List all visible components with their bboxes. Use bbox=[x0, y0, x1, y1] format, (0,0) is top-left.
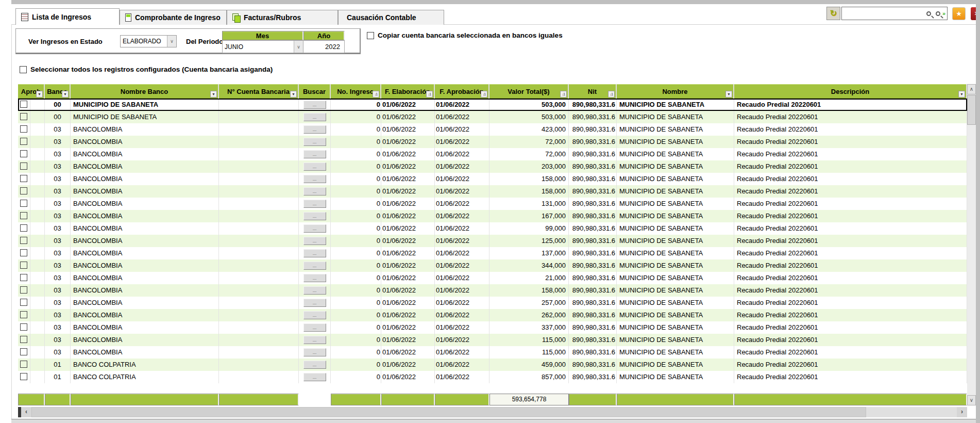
approve-checkbox[interactable] bbox=[20, 162, 27, 170]
approve-checkbox[interactable] bbox=[20, 175, 27, 182]
favorites-button[interactable]: ★ bbox=[952, 7, 966, 20]
estado-select[interactable]: ELABORADO ∨ bbox=[120, 35, 177, 47]
cuenta-bancaria-cell[interactable] bbox=[219, 235, 299, 247]
approve-checkbox[interactable] bbox=[20, 138, 27, 145]
cuenta-bancaria-cell[interactable] bbox=[219, 198, 299, 210]
table-row[interactable]: 03 BANCOLOMBIA ... 0 01/06/2022 01/06/20… bbox=[18, 173, 967, 185]
sort-icon[interactable]: ↓1 bbox=[481, 91, 487, 97]
approve-checkbox[interactable] bbox=[20, 150, 27, 157]
cuenta-bancaria-cell[interactable] bbox=[219, 346, 299, 359]
approve-checkbox[interactable] bbox=[20, 336, 27, 343]
filter-dropdown-icon[interactable]: ▼ bbox=[210, 91, 217, 97]
approve-checkbox[interactable] bbox=[20, 299, 27, 306]
buscar-button[interactable]: ... bbox=[303, 162, 326, 171]
approve-checkbox[interactable] bbox=[20, 113, 27, 120]
sort-icon[interactable]: ↓1 bbox=[373, 91, 379, 97]
buscar-button[interactable]: ... bbox=[303, 138, 326, 146]
approve-checkbox[interactable] bbox=[20, 200, 27, 207]
cuenta-bancaria-cell[interactable] bbox=[219, 371, 299, 383]
cuenta-bancaria-cell[interactable] bbox=[219, 284, 299, 297]
buscar-button[interactable]: ... bbox=[303, 286, 326, 295]
buscar-button[interactable]: ... bbox=[303, 336, 326, 344]
tab-causacion-contable[interactable]: Causación Contable bbox=[338, 10, 444, 25]
table-row[interactable]: 03 BANCOLOMBIA ... 0 01/06/2022 01/06/20… bbox=[18, 235, 967, 247]
buscar-button[interactable]: ... bbox=[303, 237, 326, 245]
approve-checkbox[interactable] bbox=[20, 311, 27, 318]
select-all-checkbox[interactable] bbox=[20, 66, 27, 73]
column-header-f-aprobacion[interactable]: F. Aprobación ↓1 bbox=[435, 84, 489, 99]
cuenta-bancaria-cell[interactable] bbox=[219, 334, 299, 346]
buscar-button[interactable]: ... bbox=[303, 299, 326, 307]
table-row[interactable]: 03 BANCOLOMBIA ... 0 01/06/2022 01/06/20… bbox=[18, 160, 967, 173]
table-row[interactable]: 03 BANCOLOMBIA ... 0 01/06/2022 01/06/20… bbox=[18, 222, 967, 235]
column-header-buscar[interactable]: Buscar bbox=[299, 84, 331, 99]
buscar-button[interactable]: ... bbox=[303, 150, 326, 158]
cuenta-bancaria-cell[interactable] bbox=[219, 99, 299, 111]
buscar-button[interactable]: ... bbox=[303, 187, 326, 196]
table-row[interactable]: 03 BANCOLOMBIA ... 0 01/06/2022 01/06/20… bbox=[18, 284, 967, 297]
chevron-down-icon[interactable]: ∨ bbox=[294, 41, 303, 53]
approve-checkbox[interactable] bbox=[20, 323, 27, 331]
tab-lista-de-ingresos[interactable]: Lista de Ingresos bbox=[15, 8, 120, 25]
approve-checkbox[interactable] bbox=[20, 237, 27, 244]
column-header-nombre[interactable]: Nombre ▼ bbox=[617, 84, 734, 99]
scroll-up-icon[interactable]: ∧ bbox=[967, 84, 976, 94]
tab-facturas-rubros[interactable]: Facturas/Rubros bbox=[227, 10, 338, 25]
approve-checkbox[interactable] bbox=[20, 101, 27, 108]
approve-checkbox[interactable] bbox=[20, 286, 27, 294]
scroll-down-icon[interactable]: ∨ bbox=[967, 395, 976, 405]
buscar-button[interactable]: ... bbox=[303, 175, 326, 183]
table-row[interactable]: 03 BANCOLOMBIA ... 0 01/06/2022 01/06/20… bbox=[18, 321, 967, 334]
cuenta-bancaria-cell[interactable] bbox=[219, 297, 299, 309]
approve-checkbox[interactable] bbox=[20, 361, 27, 368]
table-row[interactable]: 01 BANCO COLPATRIA ... 0 01/06/2022 01/0… bbox=[18, 359, 967, 371]
vertical-scrollbar[interactable]: ∧ ∨ bbox=[967, 84, 976, 405]
approve-checkbox[interactable] bbox=[20, 224, 27, 232]
refresh-button[interactable]: ↻ bbox=[826, 7, 840, 20]
table-row[interactable]: 03 BANCOLOMBIA ... 0 01/06/2022 01/06/20… bbox=[18, 259, 967, 272]
column-header-aprob[interactable]: Aprob ▼ bbox=[18, 84, 45, 99]
table-row[interactable]: 01 BANCO COLPATRIA ... 0 01/06/2022 01/0… bbox=[18, 371, 967, 383]
table-row[interactable]: 03 BANCOLOMBIA ... 0 01/06/2022 01/06/20… bbox=[18, 334, 967, 346]
table-row[interactable]: 03 BANCOLOMBIA ... 0 01/06/2022 01/06/20… bbox=[18, 123, 967, 136]
cuenta-bancaria-cell[interactable] bbox=[219, 173, 299, 185]
filter-dropdown-icon[interactable]: ▼ bbox=[62, 91, 69, 97]
table-row[interactable]: 00 MUNICIPIO DE SABANETA ... 0 01/06/202… bbox=[18, 99, 967, 111]
cuenta-bancaria-cell[interactable] bbox=[219, 111, 299, 123]
buscar-button[interactable]: ... bbox=[303, 274, 326, 282]
scroll-left-icon[interactable]: ‹ bbox=[21, 407, 31, 417]
table-row[interactable]: 03 BANCOLOMBIA ... 0 01/06/2022 01/06/20… bbox=[18, 148, 967, 160]
column-header-nit[interactable]: Nit ↓1 bbox=[569, 84, 617, 99]
column-header-valor-total[interactable]: Valor Total($) ↓1 bbox=[489, 84, 569, 99]
buscar-button[interactable]: ... bbox=[303, 113, 326, 121]
buscar-button[interactable]: ... bbox=[303, 323, 326, 332]
search-icon[interactable] bbox=[926, 11, 931, 16]
approve-checkbox[interactable] bbox=[20, 373, 27, 380]
column-header-nombre-banco[interactable]: Nombre Banco ▼ bbox=[71, 84, 219, 99]
column-header-descripcion[interactable]: Descripción ▼ bbox=[734, 84, 967, 99]
approve-checkbox[interactable] bbox=[20, 249, 27, 256]
buscar-button[interactable]: ... bbox=[303, 224, 326, 233]
cuenta-bancaria-cell[interactable] bbox=[219, 222, 299, 235]
approve-checkbox[interactable] bbox=[20, 348, 27, 355]
buscar-button[interactable]: ... bbox=[303, 311, 326, 319]
buscar-button[interactable]: ... bbox=[303, 262, 326, 270]
cuenta-bancaria-cell[interactable] bbox=[219, 272, 299, 284]
column-header-no-ingreso[interactable]: No. Ingreso ↓1 bbox=[331, 84, 381, 99]
table-row[interactable]: 03 BANCOLOMBIA ... 0 01/06/2022 01/06/20… bbox=[18, 198, 967, 210]
mes-select[interactable]: JUNIO ∨ bbox=[222, 40, 303, 53]
table-row[interactable]: 03 BANCOLOMBIA ... 0 01/06/2022 01/06/20… bbox=[18, 185, 967, 198]
anio-field[interactable]: 2022 bbox=[303, 40, 345, 53]
cuenta-bancaria-cell[interactable] bbox=[219, 185, 299, 198]
column-header-f-elaboracion[interactable]: F. Elaboración ↓1 bbox=[381, 84, 435, 99]
buscar-button[interactable]: ... bbox=[303, 125, 326, 134]
search-next-icon[interactable] bbox=[936, 11, 940, 16]
cuenta-bancaria-cell[interactable] bbox=[219, 136, 299, 148]
cuenta-bancaria-cell[interactable] bbox=[219, 123, 299, 136]
scroll-right-icon[interactable]: › bbox=[957, 407, 967, 417]
buscar-button[interactable]: ... bbox=[303, 200, 326, 208]
approve-checkbox[interactable] bbox=[20, 187, 27, 194]
table-row[interactable]: 03 BANCOLOMBIA ... 0 01/06/2022 01/06/20… bbox=[18, 346, 967, 359]
approve-checkbox[interactable] bbox=[20, 125, 27, 133]
buscar-button[interactable]: ... bbox=[303, 361, 326, 369]
